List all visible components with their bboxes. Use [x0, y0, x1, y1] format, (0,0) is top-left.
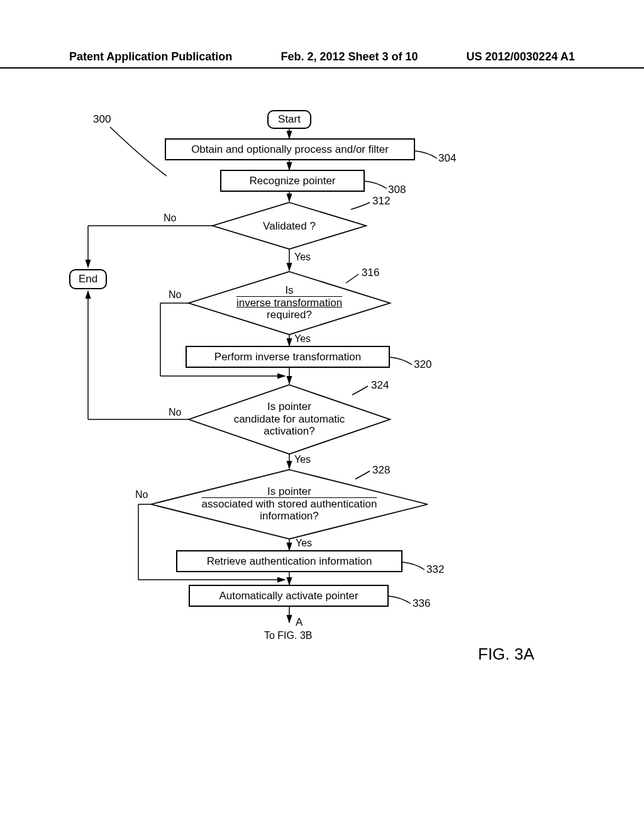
- decision-324-text: Is pointer candidate for automatic activ…: [195, 401, 384, 438]
- terminator-end: End: [69, 269, 107, 289]
- d324-l1: Is pointer: [267, 401, 311, 412]
- ref-300: 300: [93, 113, 111, 126]
- terminator-start: Start: [267, 110, 311, 129]
- step308-text: Recognize pointer: [249, 175, 335, 187]
- start-label: Start: [278, 113, 301, 126]
- step332-text: Retrieve authentication information: [207, 555, 372, 568]
- d328-l3: information?: [260, 510, 319, 522]
- d316-l2: inverse transformation: [236, 297, 342, 309]
- no-316: No: [169, 289, 181, 301]
- decision-312-text: Validated ?: [195, 220, 384, 233]
- to-fig-3b: To FIG. 3B: [264, 630, 312, 641]
- ref-324: 324: [371, 379, 389, 392]
- d316-l3: required?: [267, 309, 312, 321]
- yes-328: Yes: [296, 538, 312, 549]
- end-label: End: [79, 273, 97, 285]
- no-324: No: [169, 407, 181, 418]
- yes-324: Yes: [294, 454, 311, 465]
- step320-text: Perform inverse transformation: [214, 351, 361, 363]
- process-304: Obtain and optionally process and/or fil…: [165, 138, 415, 160]
- ref-304: 304: [438, 152, 456, 165]
- ref-312: 312: [372, 195, 390, 208]
- ref-336: 336: [413, 597, 430, 610]
- figure-label: FIG. 3A: [478, 645, 535, 664]
- d316-l1: Is: [285, 284, 293, 296]
- d328-l1: Is pointer: [267, 485, 311, 497]
- page-header: Patent Application Publication Feb. 2, 2…: [0, 50, 644, 69]
- d328-l2: associated with stored authentication: [202, 498, 377, 510]
- yes-316: Yes: [294, 333, 311, 345]
- connector-a: A: [296, 616, 303, 629]
- header-left: Patent Application Publication: [69, 50, 232, 64]
- process-308: Recognize pointer: [220, 170, 365, 192]
- ref-308: 308: [388, 184, 406, 196]
- no-328: No: [135, 489, 148, 501]
- step336-text: Automatically activate pointer: [219, 590, 358, 602]
- header-center: Feb. 2, 2012 Sheet 3 of 10: [280, 50, 418, 64]
- process-320: Perform inverse transformation: [186, 346, 390, 368]
- header-right: US 2012/0030224 A1: [467, 50, 575, 64]
- yes-312: Yes: [294, 252, 311, 263]
- step304-text: Obtain and optionally process and/or fil…: [191, 143, 389, 156]
- d324-l3: activation?: [264, 425, 314, 437]
- d324-l2: candidate for automatic: [234, 413, 345, 425]
- flowchart: Start End Obtain and optionally process …: [0, 107, 644, 711]
- process-336: Automatically activate pointer: [189, 585, 389, 607]
- ref-328: 328: [372, 464, 390, 477]
- process-332: Retrieve authentication information: [176, 550, 402, 572]
- ref-320: 320: [414, 358, 431, 371]
- decision-316-text: Is inverse transformation required?: [195, 284, 384, 321]
- ref-316: 316: [362, 267, 379, 279]
- no-312: No: [164, 213, 176, 224]
- ref-332: 332: [426, 563, 444, 576]
- decision-328-text: Is pointer associated with stored authen…: [170, 485, 409, 523]
